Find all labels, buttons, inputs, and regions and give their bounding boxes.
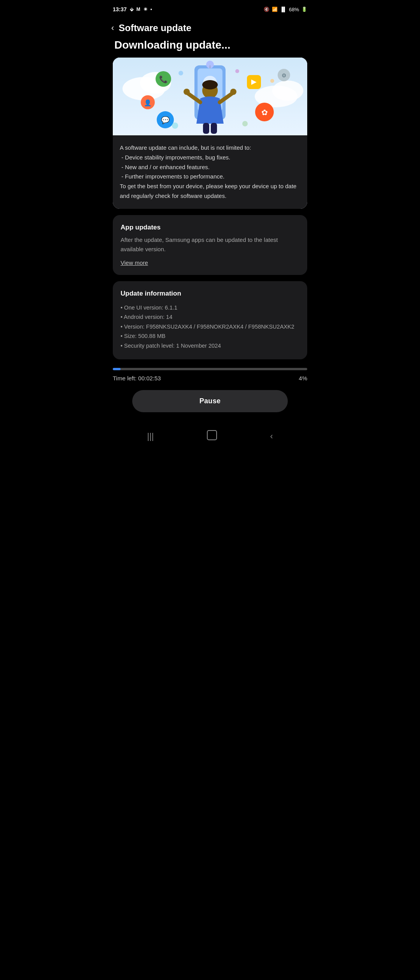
svg-point-15 [184,89,190,95]
status-bar: 13:37 ⬙ M ✳ • 🔇 📶 ▐▌ 68% 🔋 [105,0,315,17]
wifi-icon: 📶 [272,7,278,12]
svg-text:▶: ▶ [251,78,257,86]
progress-bar-background [113,368,307,370]
progress-meta: Time left: 00:02:53 4% [113,375,307,382]
pause-button-wrapper: Pause [113,390,307,412]
svg-point-4 [272,80,303,101]
battery-icon: 🔋 [301,7,307,12]
home-icon [207,430,217,440]
signal-icon: ▐▌ [280,7,287,12]
status-left: 13:37 ⬙ M ✳ • [113,6,152,12]
svg-rect-18 [211,123,217,134]
downloading-title: Downloading update... [105,39,315,58]
svg-point-35 [270,79,274,83]
back-nav-button[interactable]: ‹ [270,431,273,441]
header: ‹ Software update [105,17,315,39]
list-item: • Android version: 14 [121,312,299,322]
svg-text:✿: ✿ [261,108,268,117]
gmail-icon: M [136,7,140,12]
update-info-card: Update information • One UI version: 6.1… [113,281,307,359]
view-more-link[interactable]: View more [121,259,148,266]
list-item: • Version: F958NKSU2AXK4 / F958NOKR2AXK4… [121,322,299,332]
app-updates-card: App updates After the update, Samsung ap… [113,215,307,275]
dot-icon: • [150,7,152,12]
home-button[interactable] [207,430,217,443]
time-left-label: Time left: 00:02:53 [113,375,161,382]
percent-label: 4% [299,375,307,382]
app-updates-body: After the update, Samsung apps can be up… [121,235,299,254]
recent-apps-button[interactable]: ||| [147,431,154,441]
illustration-card: 📞 👤 💬 ✿ ▶ ⚙ A software update can [113,58,307,209]
list-item: • Size: 500.88 MB [121,331,299,341]
battery-level: 68% [289,7,299,12]
slack-icon: ✳ [144,7,147,12]
progress-area: Time left: 00:02:53 4% [113,368,307,382]
svg-point-34 [242,121,248,126]
svg-point-32 [235,69,239,73]
list-item: • Security patch level: 1 November 2024 [121,341,299,351]
info-text: A software update can include, but is no… [113,135,307,209]
illustration-area: 📞 👤 💬 ✿ ▶ ⚙ [113,58,307,135]
svg-text:📞: 📞 [159,75,168,84]
page-title: Software update [119,23,191,33]
photo-icon: ⬙ [130,7,133,12]
svg-rect-17 [203,123,209,134]
mute-icon: 🔇 [264,7,270,12]
svg-point-31 [178,71,183,75]
pause-button[interactable]: Pause [132,390,288,412]
progress-bar-fill [113,368,121,370]
update-info-list: • One UI version: 6.1.1 • Android versio… [121,303,299,351]
svg-point-16 [230,89,236,95]
svg-text:⚙: ⚙ [282,72,287,79]
svg-text:💬: 💬 [161,116,170,124]
update-info-title: Update information [121,290,299,298]
status-time: 13:37 [113,6,127,12]
navigation-bar: ||| ‹ [105,423,315,450]
svg-text:👤: 👤 [144,99,152,107]
list-item: • One UI version: 6.1.1 [121,303,299,313]
app-updates-title: App updates [121,224,299,231]
back-button[interactable]: ‹ [111,24,114,32]
status-right: 🔇 📶 ▐▌ 68% 🔋 [264,7,307,12]
svg-point-12 [202,80,218,89]
svg-point-33 [172,122,178,129]
